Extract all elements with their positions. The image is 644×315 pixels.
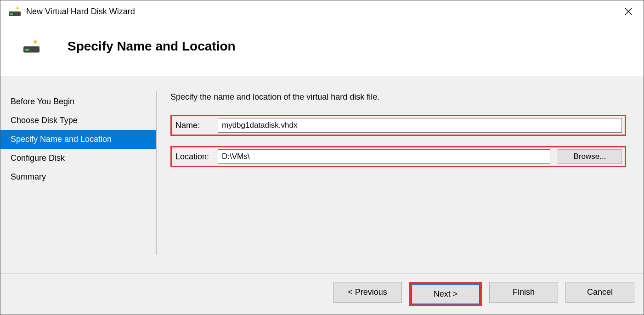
- close-button[interactable]: [618, 1, 639, 22]
- instruction-text: Specify the name and location of the vir…: [170, 92, 626, 102]
- sidebar-item-summary[interactable]: Summary: [0, 168, 157, 186]
- wizard-content: Before You Begin Choose Disk Type Specif…: [0, 76, 644, 273]
- finish-button[interactable]: Finish: [489, 282, 558, 303]
- location-input[interactable]: [218, 149, 550, 164]
- titlebar: ✦ New Virtual Hard Disk Wizard: [0, 0, 644, 22]
- name-row: Name:: [170, 115, 626, 136]
- next-button[interactable]: Next >: [411, 284, 480, 304]
- wizard-pane: Specify the name and location of the vir…: [157, 76, 634, 273]
- sidebar-item-choose-disk-type[interactable]: Choose Disk Type: [0, 111, 157, 130]
- browse-button[interactable]: Browse...: [558, 149, 622, 164]
- sidebar-item-before-you-begin[interactable]: Before You Begin: [0, 92, 157, 111]
- name-input[interactable]: [218, 118, 622, 133]
- name-label: Name:: [172, 116, 218, 135]
- location-row: Location: Browse...: [170, 146, 626, 167]
- disk-icon: ✦: [9, 7, 21, 16]
- previous-button[interactable]: < Previous: [333, 282, 402, 303]
- page-title: Specify Name and Location: [68, 39, 236, 54]
- next-button-highlight: Next >: [409, 282, 482, 306]
- location-label: Location:: [172, 147, 218, 166]
- sidebar-item-configure-disk[interactable]: Configure Disk: [0, 149, 157, 168]
- window-title: New Virtual Hard Disk Wizard: [26, 7, 618, 17]
- disk-icon: ✦: [23, 40, 40, 53]
- wizard-sidebar: Before You Begin Choose Disk Type Specif…: [0, 76, 157, 273]
- wizard-footer: < Previous Next > Finish Cancel: [0, 273, 644, 315]
- wizard-header: ✦ Specify Name and Location: [0, 22, 644, 76]
- sidebar-item-specify-name-location[interactable]: Specify Name and Location: [0, 130, 157, 149]
- cancel-button[interactable]: Cancel: [565, 282, 634, 303]
